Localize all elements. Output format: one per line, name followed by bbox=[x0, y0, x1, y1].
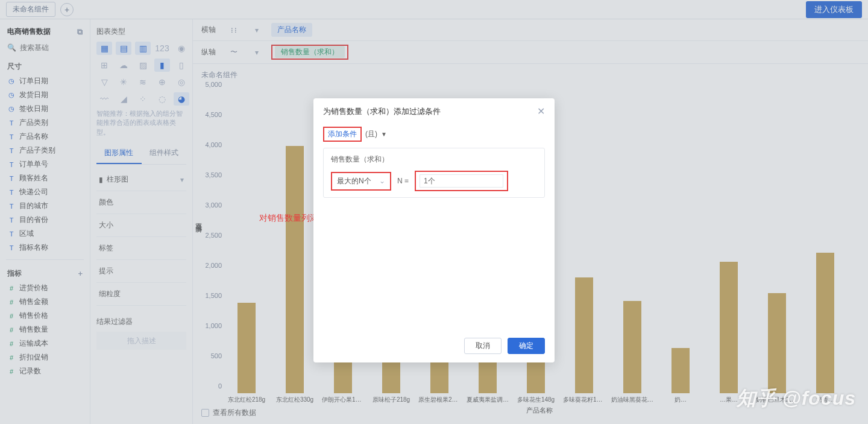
ok-button[interactable]: 确定 bbox=[508, 338, 545, 354]
add-condition-button[interactable]: 添加条件 bbox=[323, 127, 362, 142]
n-value-input[interactable] bbox=[420, 174, 503, 188]
n-input-highlight bbox=[415, 171, 508, 191]
and-dropdown-icon[interactable]: ▼ bbox=[381, 131, 387, 138]
modal-title: 为销售数量（求和）添加过滤条件 bbox=[323, 106, 441, 117]
condition-inputs: 最大的N个 ⌄ N = bbox=[331, 171, 537, 191]
n-equals-label: N = bbox=[397, 177, 409, 185]
condition-field-label: 销售数量（求和） bbox=[331, 154, 537, 165]
and-label: (且) bbox=[365, 129, 377, 139]
filter-modal: 为销售数量（求和）添加过滤条件 ✕ 添加条件 (且) ▼ 销售数量（求和） 最大… bbox=[313, 98, 555, 362]
cancel-button[interactable]: 取消 bbox=[464, 338, 502, 354]
modal-footer: 取消 确定 bbox=[313, 332, 555, 362]
modal-header: 为销售数量（求和）添加过滤条件 ✕ bbox=[313, 98, 555, 124]
modal-close-button[interactable]: ✕ bbox=[537, 106, 545, 117]
chevron-down-icon: ⌄ bbox=[379, 177, 385, 185]
watermark: 知乎 @focus bbox=[737, 385, 856, 412]
add-condition-row: 添加条件 (且) ▼ bbox=[323, 127, 545, 142]
modal-body: 添加条件 (且) ▼ 销售数量（求和） 最大的N个 ⌄ N = bbox=[313, 124, 555, 332]
condition-box: 销售数量（求和） 最大的N个 ⌄ N = bbox=[323, 148, 545, 198]
condition-type-select[interactable]: 最大的N个 ⌄ bbox=[331, 172, 391, 191]
